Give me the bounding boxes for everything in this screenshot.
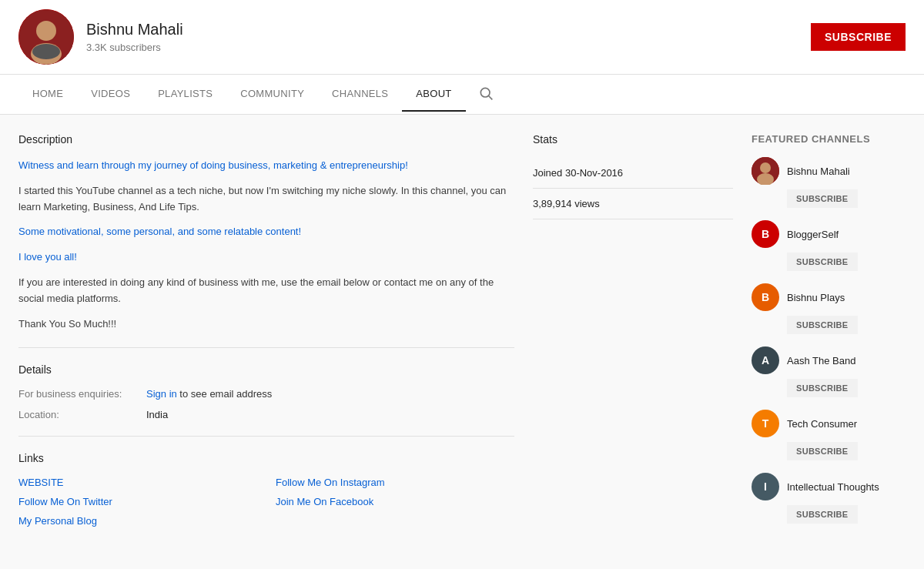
featured-channel-5-header: T Tech Consumer — [752, 410, 906, 437]
featured-channel-4-subscribe[interactable]: SUBSCRIBE — [787, 379, 858, 397]
svg-point-1 — [36, 21, 56, 41]
description-section: Description Witness and learn through my… — [18, 133, 514, 332]
featured-channel-2: B BloggerSelf SUBSCRIBE — [752, 220, 906, 271]
links-grid: WEBSITE Follow Me On Instagram Follow Me… — [18, 477, 514, 507]
link-twitter[interactable]: Follow Me On Twitter — [18, 496, 257, 507]
nav-videos[interactable]: VIDEOS — [77, 77, 144, 112]
featured-channel-6-avatar: I — [752, 473, 779, 500]
featured-channel-4-name: Aash The Band — [787, 355, 855, 367]
description-line-6: Thank You So Much!!! — [18, 316, 514, 333]
link-website[interactable]: WEBSITE — [18, 477, 257, 488]
avatar-image — [18, 9, 74, 65]
description-line-2: I started this YouTube channel as a tech… — [18, 183, 514, 216]
divider-2 — [18, 436, 514, 437]
sign-in-link[interactable]: Sign in — [146, 388, 177, 400]
location-row: Location: India — [18, 409, 514, 420]
link-blog[interactable]: My Personal Blog — [18, 515, 514, 527]
channel-avatar — [18, 9, 74, 65]
left-content: Description Witness and learn through my… — [18, 133, 514, 536]
stats-title: Stats — [533, 133, 733, 146]
details-section: Details For business enquiries: Sign in … — [18, 363, 514, 420]
description-line-5: If you are interested in doing any kind … — [18, 275, 514, 307]
featured-channel-5: T Tech Consumer SUBSCRIBE — [752, 410, 906, 460]
email-suffix: to see email address — [177, 388, 273, 400]
featured-channel-1-avatar — [752, 157, 779, 185]
join-date: Joined 30-Nov-2016 — [533, 158, 733, 189]
channel-info: Bishnu Mahali 3.3K subscribers — [18, 9, 183, 65]
featured-channel-3-avatar: B — [752, 283, 779, 311]
nav-home[interactable]: HOME — [18, 77, 77, 112]
featured-channel-1-name: Bishnu Mahali — [787, 166, 850, 177]
description-line-3: Some motivational, some personal, and so… — [18, 224, 514, 240]
featured-channel-1-subscribe[interactable]: SUBSCRIBE — [787, 189, 858, 208]
featured-channel-6-subscribe[interactable]: SUBSCRIBE — [787, 505, 858, 524]
nav-about[interactable]: ABOUT — [402, 77, 465, 112]
nav-playlists[interactable]: PLAYLISTS — [144, 77, 226, 112]
featured-channel-3-header: B Bishnu Plays — [752, 283, 906, 311]
featured-channel-4: A Aash The Band SUBSCRIBE — [752, 346, 906, 397]
links-section: Links WEBSITE Follow Me On Instagram Fol… — [18, 452, 514, 527]
nav-channels[interactable]: CHANNELS — [318, 77, 402, 112]
subscribe-button[interactable]: SUBSCRIBE — [811, 23, 906, 51]
featured-channel-2-avatar: B — [752, 220, 779, 248]
featured-channel-3-subscribe[interactable]: SUBSCRIBE — [787, 316, 858, 334]
featured-channel-2-header: B BloggerSelf — [752, 220, 906, 248]
featured-channel-5-name: Tech Consumer — [787, 418, 857, 430]
featured-channel-2-name: BloggerSelf — [787, 229, 839, 240]
featured-channel-3: B Bishnu Plays SUBSCRIBE — [752, 283, 906, 334]
details-title: Details — [18, 363, 514, 376]
sign-in-area: Sign in to see email address — [146, 388, 272, 400]
search-icon[interactable] — [472, 75, 500, 114]
featured-channel-3-name: Bishnu Plays — [787, 292, 845, 303]
featured-channel-1-header: Bishnu Mahali — [752, 157, 906, 185]
location-value: India — [146, 409, 168, 420]
svg-point-4 — [480, 88, 490, 97]
main-content: Description Witness and learn through my… — [0, 115, 924, 554]
subscriber-count: 3.3K subscribers — [86, 42, 183, 53]
featured-channel-6-header: I Intellectual Thoughts — [752, 473, 906, 500]
location-label: Location: — [18, 409, 134, 420]
nav-community[interactable]: COMMUNITY — [226, 77, 318, 112]
description-line-4: I love you all! — [18, 249, 514, 266]
channel-text: Bishnu Mahali 3.3K subscribers — [86, 21, 183, 53]
svg-line-5 — [488, 96, 492, 100]
featured-channel-6-name: Intellectual Thoughts — [787, 481, 879, 493]
business-label: For business enquiries: — [18, 388, 134, 400]
featured-channel-6: I Intellectual Thoughts SUBSCRIBE — [752, 473, 906, 524]
description-title: Description — [18, 133, 514, 146]
stats-section: Stats Joined 30-Nov-2016 3,89,914 views — [533, 133, 733, 536]
featured-channel-4-avatar: A — [752, 346, 779, 374]
featured-channel-5-subscribe[interactable]: SUBSCRIBE — [787, 442, 858, 460]
business-enquiry-row: For business enquiries: Sign in to see e… — [18, 388, 514, 400]
featured-channels-section: FEATURED CHANNELS Bishnu Mahali SUBSCRIB… — [752, 133, 906, 536]
page-header: Bishnu Mahali 3.3K subscribers SUBSCRIBE — [0, 0, 924, 75]
featured-channel-5-avatar: T — [752, 410, 779, 437]
featured-channel-4-header: A Aash The Band — [752, 346, 906, 374]
svg-point-3 — [32, 44, 60, 59]
svg-point-7 — [760, 162, 771, 173]
description-line-1: Witness and learn through my journey of … — [18, 158, 514, 174]
featured-channel-1: Bishnu Mahali SUBSCRIBE — [752, 157, 906, 208]
links-title: Links — [18, 452, 514, 464]
channel-nav: HOME VIDEOS PLAYLISTS COMMUNITY CHANNELS… — [0, 75, 924, 115]
featured-channels-title: FEATURED CHANNELS — [752, 133, 906, 145]
view-count: 3,89,914 views — [533, 189, 733, 219]
channel-name: Bishnu Mahali — [86, 21, 183, 38]
link-facebook[interactable]: Join Me On Facebook — [276, 496, 514, 507]
link-instagram[interactable]: Follow Me On Instagram — [276, 477, 514, 488]
featured-channel-2-subscribe[interactable]: SUBSCRIBE — [787, 253, 858, 271]
divider-1 — [18, 347, 514, 348]
